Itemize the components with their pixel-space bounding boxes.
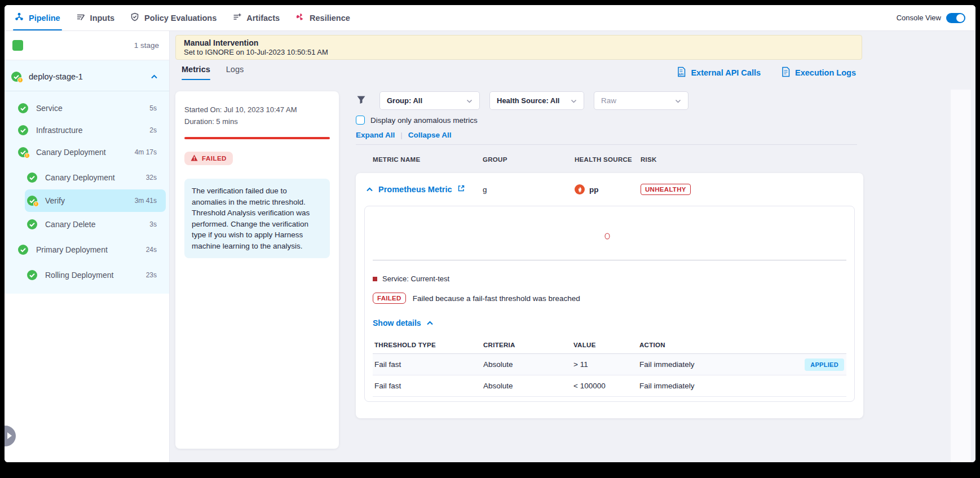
threshold-type-cell: Fail fast <box>373 360 483 369</box>
inputs-icon <box>76 12 85 23</box>
status-warning-icon: ! <box>11 72 21 82</box>
banner-title: Manual Intervention <box>184 38 854 47</box>
column-header-health-source: HEALTH SOURCE <box>575 156 641 163</box>
sidebar-step-verify[interactable]: ! Verify 3m 41s <box>25 189 166 212</box>
step-label: Canary Deployment <box>45 173 115 182</box>
metric-card: Prometheus Metric g pp UNHEALTHY Service… <box>356 173 863 418</box>
svg-text:API: API <box>679 73 684 76</box>
sidebar-step-rolling-deployment[interactable]: Rolling Deployment 23s <box>5 264 169 286</box>
tab-metrics[interactable]: Metrics <box>182 65 210 80</box>
column-header-value: VALUE <box>573 342 639 348</box>
step-duration: 2s <box>149 126 157 134</box>
anomalous-metrics-checkbox[interactable] <box>356 116 365 125</box>
top-links: API External API Calls Execution Logs <box>677 67 856 79</box>
threshold-table-header: THRESHOLD TYPE CRITERIA VALUE ACTION <box>373 336 846 354</box>
pipeline-icon <box>15 12 24 23</box>
execution-logs-label: Execution Logs <box>795 68 856 77</box>
value-cell: > 11 <box>573 360 639 369</box>
step-duration: 24s <box>146 246 157 254</box>
warning-dot-icon: ! <box>17 77 23 83</box>
applied-badge: APPLIED <box>805 358 844 371</box>
top-nav-bar: Pipeline Inputs Policy Evaluations Artif… <box>5 5 975 31</box>
threshold-row: Fail fast Absolute > 11 Fail immediately… <box>373 354 846 375</box>
step-label: Canary Delete <box>45 220 96 229</box>
threshold-type-cell: Fail fast <box>373 382 483 390</box>
expand-collapse-row: Expand All | Collapse All <box>356 131 452 139</box>
execution-logs-link[interactable]: Execution Logs <box>781 67 856 79</box>
status-warning-icon: ! <box>18 147 28 157</box>
raw-filter-placeholder: Raw <box>601 96 616 105</box>
failed-icon <box>191 154 198 162</box>
sidebar-step-canary-deployment[interactable]: Canary Deployment 32s <box>5 166 169 188</box>
console-view-label: Console View <box>897 14 941 22</box>
group-filter-dropdown[interactable]: Group: All <box>379 91 480 110</box>
health-source-filter-value: Health Source: All <box>497 96 559 105</box>
tab-logs[interactable]: Logs <box>226 65 244 80</box>
nav-tab-resilience[interactable]: Resilience <box>295 5 350 30</box>
column-header-group: GROUP <box>483 156 575 163</box>
criteria-cell: Absolute <box>483 360 573 369</box>
nav-tab-pipeline[interactable]: Pipeline <box>15 5 60 30</box>
risk-badge: UNHEALTHY <box>641 184 691 195</box>
external-api-calls-label: External API Calls <box>691 68 761 77</box>
nav-tabs: Pipeline Inputs Policy Evaluations Artif… <box>15 5 350 30</box>
nav-tab-inputs[interactable]: Inputs <box>76 5 115 30</box>
action-cell: Fail immediately <box>639 382 846 390</box>
legend-label: Service: Current-test <box>382 275 449 283</box>
step-label: Primary Deployment <box>36 245 108 254</box>
external-api-calls-link[interactable]: API External API Calls <box>677 67 761 79</box>
column-header-risk: RISK <box>641 156 657 163</box>
status-success-icon <box>27 172 37 183</box>
console-view-toggle[interactable] <box>946 13 965 23</box>
criteria-cell: Absolute <box>483 382 573 390</box>
sidebar-step-service[interactable]: Service 5s <box>5 97 169 119</box>
stage-row-deploy-stage-1[interactable]: ! deploy-stage-1 <box>5 60 169 91</box>
step-duration: 23s <box>146 271 157 279</box>
collapse-all-link[interactable]: Collapse All <box>408 131 452 139</box>
main-content: Manual Intervention Set to IGNORE on 10-… <box>170 31 975 462</box>
verification-summary-card: Started On: Jul 10, 2023 10:47 AM Durati… <box>175 91 339 449</box>
metric-table-row: Prometheus Metric g pp UNHEALTHY <box>356 173 863 206</box>
sidebar-step-canary-delete[interactable]: Canary Delete 3s <box>5 213 169 235</box>
raw-filter-dropdown[interactable]: Raw <box>594 91 688 110</box>
step-label: Verify <box>45 196 65 205</box>
legend-marker-icon <box>373 277 377 281</box>
column-header-threshold-type: THRESHOLD TYPE <box>373 342 483 348</box>
divider <box>5 91 169 91</box>
nav-tab-artifacts[interactable]: Artifacts <box>232 5 280 30</box>
step-duration: 3s <box>149 220 157 228</box>
sidebar-step-infrastructure[interactable]: Infrastructure 2s <box>5 119 169 141</box>
warning-dot-icon: ! <box>33 201 39 207</box>
column-header-action: ACTION <box>639 342 846 348</box>
step-label: Canary Deployment <box>36 148 106 157</box>
divider: | <box>400 131 403 139</box>
sidebar-header: 1 stage <box>5 31 169 60</box>
nav-tab-policy-evaluations[interactable]: Policy Evaluations <box>130 5 217 30</box>
chart-anomaly-point[interactable] <box>604 233 610 240</box>
sidebar-step-canary-deployment-group[interactable]: ! Canary Deployment 4m 17s <box>5 141 169 163</box>
metric-name-link[interactable]: Prometheus Metric <box>378 185 452 194</box>
execution-sidebar: 1 stage ! deploy-stage-1 Service 5s Infr… <box>5 31 170 462</box>
filter-row: Group: All Health Source: All Raw <box>356 91 688 110</box>
expand-all-link[interactable]: Expand All <box>356 131 395 139</box>
nav-tab-label: Artifacts <box>246 14 280 23</box>
scrollbar-track[interactable] <box>951 90 971 462</box>
anomalous-metrics-row: Display only anomalous metrics <box>356 116 478 125</box>
show-details-link[interactable]: Show details <box>373 318 434 327</box>
sidebar-step-primary-deployment[interactable]: Primary Deployment 24s <box>5 238 169 260</box>
external-api-calls-icon: API <box>677 67 686 79</box>
stage-section: ! deploy-stage-1 Service 5s Infrastructu… <box>5 60 169 294</box>
health-source-filter-dropdown[interactable]: Health Source: All <box>489 91 584 110</box>
failure-progress-bar <box>184 137 330 139</box>
failed-badge: FAILED <box>373 293 406 304</box>
execution-logs-icon <box>781 67 791 79</box>
metrics-table-header: METRIC NAME GROUP HEALTH SOURCE RISK <box>356 156 863 163</box>
resilience-icon <box>295 12 304 23</box>
step-duration: 32s <box>146 174 157 182</box>
column-header-metric-name: METRIC NAME <box>373 156 483 163</box>
external-link-icon[interactable] <box>457 184 465 194</box>
filter-icon[interactable] <box>356 95 366 107</box>
chevron-up-icon[interactable] <box>151 72 158 82</box>
chevron-up-icon[interactable] <box>366 184 373 194</box>
chevron-down-icon <box>466 96 473 105</box>
